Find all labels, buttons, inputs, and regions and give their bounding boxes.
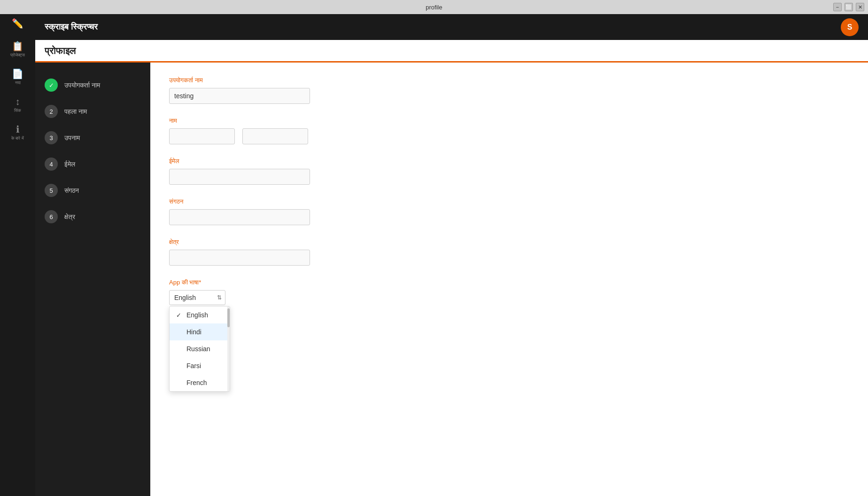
dropdown-item-russian[interactable]: Russian	[170, 340, 230, 357]
dropdown-item-english[interactable]: ✓ English	[170, 307, 230, 323]
main-area: स्क्राइब स्क्रिप्चर S प्रोफाइल ✓ उपयोगकर…	[35, 14, 868, 496]
region-section: क्षेत्र	[169, 238, 849, 266]
language-section: App की भाषा* English Hindi Russian Farsi…	[169, 279, 849, 305]
info-icon: ℹ	[16, 125, 20, 134]
email-label: ईमेल	[169, 157, 849, 165]
name-label: नाम	[169, 117, 849, 125]
email-section: ईमेल	[169, 157, 849, 185]
step-num-3: 3	[45, 131, 58, 144]
name-fields-row	[169, 128, 849, 144]
scrollbar-thumb	[227, 308, 230, 327]
step-num-1: ✓	[45, 79, 58, 92]
option-french-label: French	[186, 379, 207, 386]
step-item-6[interactable]: 6 क्षेत्र	[35, 204, 150, 230]
language-select[interactable]: English Hindi Russian Farsi French	[169, 290, 225, 305]
step-sidebar: ✓ उपयोगकर्ता नाम 2 पहला नाम 3 उपनाम 4 ईम…	[35, 63, 150, 496]
firstname-input[interactable]	[169, 128, 235, 144]
top-header: स्क्राइब स्क्रिप्चर S	[35, 14, 868, 40]
step-label-1: उपयोगकर्ता नाम	[64, 81, 100, 89]
title-bar: profile − ⬜ ✕	[0, 0, 868, 14]
dropdown-item-farsi[interactable]: Farsi	[170, 357, 230, 374]
step-label-3: उपनाम	[64, 134, 80, 142]
option-hindi-label: Hindi	[186, 328, 202, 336]
step-label-6: क्षेत्र	[64, 213, 75, 221]
new-icon: 📄	[12, 69, 23, 79]
icon-sidebar: ✏️ 📋 प्रोजेक्ट्स 📄 नया ↕ सिंक ℹ के बारे …	[0, 14, 35, 496]
option-russian-label: Russian	[186, 345, 210, 353]
close-button[interactable]: ✕	[856, 3, 864, 11]
step-num-6: 6	[45, 210, 58, 223]
about-nav-item[interactable]: ℹ के बारे में	[0, 119, 35, 147]
sync-icon: ↕	[16, 97, 20, 106]
step-label-5: संगठन	[64, 187, 79, 195]
option-english-label: English	[186, 311, 208, 319]
sync-nav-item[interactable]: ↕ सिंक	[0, 91, 35, 119]
projects-icon: 📋	[12, 41, 23, 51]
new-label: नया	[15, 80, 21, 86]
form-area: उपयोगकर्ता नाम नाम ईमेल	[150, 63, 868, 496]
option-farsi-label: Farsi	[186, 362, 201, 370]
user-avatar[interactable]: S	[841, 18, 859, 36]
dropdown-scrollbar	[227, 307, 230, 391]
checkmark-icon: ✓	[176, 312, 183, 319]
step-label-4: ईमेल	[64, 160, 75, 168]
step-item-2[interactable]: 2 पहला नाम	[35, 98, 150, 125]
name-section: नाम	[169, 117, 849, 144]
step-label-2: पहला नाम	[64, 108, 87, 116]
new-nav-item[interactable]: 📄 नया	[0, 63, 35, 91]
region-input[interactable]	[169, 250, 310, 266]
window-title: profile	[426, 4, 442, 11]
lastname-input[interactable]	[242, 128, 308, 144]
step-item-1[interactable]: ✓ उपयोगकर्ता नाम	[35, 72, 150, 98]
step-num-4: 4	[45, 157, 58, 171]
step-num-2: 2	[45, 105, 58, 118]
page-title: प्रोफाइल	[45, 46, 859, 61]
organization-input[interactable]	[169, 209, 310, 225]
username-label: उपयोगकर्ता नाम	[169, 77, 849, 84]
maximize-button[interactable]: ⬜	[845, 3, 853, 11]
dropdown-item-hindi[interactable]: Hindi	[170, 323, 230, 340]
step-item-4[interactable]: 4 ईमेल	[35, 151, 150, 177]
about-label: के बारे में	[11, 136, 24, 141]
projects-label: प्रोजेक्ट्स	[10, 53, 25, 58]
language-dropdown-menu: ✓ English Hindi Russian	[169, 306, 230, 392]
content-area: ✓ उपयोगकर्ता नाम 2 पहला नाम 3 उपनाम 4 ईम…	[35, 63, 868, 496]
step-item-3[interactable]: 3 उपनाम	[35, 125, 150, 151]
sync-label: सिंक	[14, 108, 21, 113]
minimize-button[interactable]: −	[833, 3, 842, 11]
step-item-5[interactable]: 5 संगठन	[35, 177, 150, 204]
organization-label: संगठन	[169, 198, 849, 205]
home-nav-item[interactable]: ✏️	[0, 19, 35, 36]
projects-nav-item[interactable]: 📋 प्रोजेक्ट्स	[0, 36, 35, 63]
window-controls: − ⬜ ✕	[833, 3, 864, 11]
page-header: प्रोफाइल	[35, 40, 868, 63]
app-container: ✏️ 📋 प्रोजेक्ट्स 📄 नया ↕ सिंक ℹ के बारे …	[0, 14, 868, 496]
step-num-5: 5	[45, 184, 58, 197]
username-input[interactable]	[169, 88, 310, 104]
rocket-icon: ✏️	[12, 19, 23, 28]
language-label: App की भाषा*	[169, 279, 849, 286]
app-title: स्क्राइब स्क्रिप्चर	[45, 22, 98, 32]
dropdown-item-french[interactable]: French	[170, 374, 230, 391]
region-label: क्षेत्र	[169, 238, 849, 246]
username-section: उपयोगकर्ता नाम	[169, 77, 849, 104]
email-input[interactable]	[169, 169, 310, 185]
language-select-wrapper: English Hindi Russian Farsi French ⇅	[169, 290, 225, 305]
organization-section: संगठन	[169, 198, 849, 225]
